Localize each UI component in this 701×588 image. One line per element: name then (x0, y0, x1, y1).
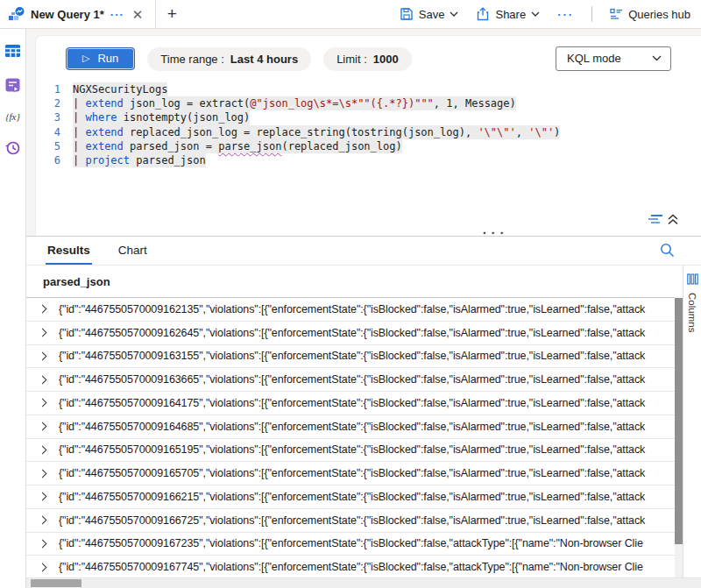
saved-scripts-icon[interactable] (4, 77, 21, 93)
row-json-text: {"id":"4467550570009162645","violations"… (59, 327, 675, 339)
chevron-down-icon (652, 55, 662, 61)
share-icon (476, 7, 490, 21)
line-number: 1 (36, 82, 73, 96)
table-row[interactable]: {"id":"4467550570009163155","violations"… (26, 345, 675, 369)
run-button[interactable]: ▷ Run (66, 47, 135, 70)
main-area: {fx} ▷ Run Time range : Last 4 hours Lim… (0, 29, 701, 588)
limit-pill[interactable]: Limit : 1000 (323, 47, 412, 71)
table-row[interactable]: {"id":"4467550570009162135","violations"… (26, 298, 675, 322)
code-text: | project parsed_json (73, 153, 206, 167)
run-label: Run (97, 52, 118, 65)
expand-row-icon[interactable] (39, 329, 47, 337)
table-row[interactable]: {"id":"4467550570009164175","violations"… (26, 392, 675, 415)
columns-icon (687, 273, 698, 285)
top-bar: New Query 1* ··· ✕ + Save Share (0, 0, 701, 29)
tab-results[interactable]: Results (46, 238, 92, 265)
row-json-text: {"id":"4467550570009163665","violations"… (59, 373, 675, 386)
table-row[interactable]: {"id":"4467550570009167235","violations"… (26, 533, 675, 556)
expand-row-icon[interactable] (39, 492, 47, 501)
code-line: 5| extend parsed_json = parse_json(repla… (36, 139, 701, 153)
line-number: 6 (36, 153, 73, 167)
row-json-text: {"id":"4467550570009163155","violations"… (59, 350, 675, 362)
expand-row-icon[interactable] (39, 351, 47, 360)
expand-row-icon[interactable] (39, 399, 47, 407)
kql-mode-value: KQL mode (567, 52, 621, 65)
top-actions: Save Share ··· (400, 0, 701, 28)
chevron-down-icon (531, 11, 540, 17)
table-row[interactable]: {"id":"4467550570009165195","violations"… (26, 439, 675, 463)
query-tab[interactable]: New Query 1* ··· ✕ (0, 0, 156, 28)
row-json-text: {"id":"4467550570009166215","violations"… (59, 491, 675, 503)
expand-row-icon[interactable] (39, 469, 47, 478)
save-icon (400, 7, 414, 21)
code-text: | extend replaced_json_log = replace_str… (73, 125, 560, 139)
line-number: 2 (36, 96, 73, 110)
table-row[interactable]: {"id":"4467550570009166725","violations"… (26, 509, 675, 533)
expand-row-icon[interactable] (39, 563, 47, 571)
pane-splitter-handle[interactable]: ··· (481, 226, 506, 236)
play-icon: ▷ (82, 53, 89, 63)
save-button[interactable]: Save (400, 7, 459, 21)
query-card: ▷ Run Time range : Last 4 hours Limit : … (35, 35, 701, 236)
row-json-text: {"id":"4467550570009165705","violations"… (59, 467, 675, 479)
new-tab-button[interactable]: + (156, 0, 188, 28)
share-button[interactable]: Share (476, 7, 540, 21)
column-header-parsed-json[interactable]: parsed_json (26, 266, 675, 298)
code-lines: 1NGXSecurityLogs2| extend json_log = ext… (36, 82, 701, 167)
line-number: 5 (36, 139, 73, 153)
time-range-pill[interactable]: Time range : Last 4 hours (147, 47, 311, 71)
row-json-text: {"id":"4467550570009165195","violations"… (59, 443, 675, 456)
queries-hub-label: Queries hub (628, 8, 690, 21)
vertical-scrollbar[interactable] (675, 298, 683, 577)
limit-label: Limit : (336, 53, 367, 66)
expand-row-icon[interactable] (39, 445, 47, 454)
expand-row-icon[interactable] (39, 539, 47, 548)
table-row[interactable]: {"id":"4467550570009164685","violations"… (26, 415, 675, 439)
expand-row-icon[interactable] (39, 375, 47, 384)
kql-mode-select[interactable]: KQL mode (556, 46, 671, 71)
row-json-text: {"id":"4467550570009164175","violations"… (59, 397, 675, 409)
collapse-editor-button[interactable] (648, 214, 678, 225)
expand-row-icon[interactable] (39, 422, 47, 431)
table-row[interactable]: {"id":"4467550570009163665","violations"… (26, 368, 675, 392)
expand-row-icon[interactable] (39, 516, 47, 525)
tab-more-icon[interactable]: ··· (110, 8, 124, 21)
line-number: 4 (36, 125, 73, 139)
row-json-text: {"id":"4467550570009164685","violations"… (59, 421, 675, 433)
save-label: Save (419, 8, 445, 21)
more-actions-button[interactable]: ··· (557, 8, 574, 21)
double-chevron-up-icon (668, 214, 678, 225)
expand-row-icon[interactable] (39, 305, 47, 314)
row-json-text: {"id":"4467550570009162135","violations"… (59, 303, 675, 315)
table-row[interactable]: {"id":"4467550570009166215","violations"… (26, 485, 675, 509)
code-text: | extend parsed_json = parse_json(replac… (73, 139, 402, 153)
tab-close-icon[interactable]: ✕ (131, 8, 145, 21)
row-json-text: {"id":"4467550570009167235","violations"… (59, 537, 675, 549)
query-editor[interactable]: 1NGXSecurityLogs2| extend json_log = ext… (36, 78, 701, 236)
content-column: ▷ Run Time range : Last 4 hours Limit : … (26, 29, 701, 588)
columns-panel-tab[interactable]: Columns (683, 266, 701, 577)
query-history-icon[interactable] (4, 140, 21, 156)
grid-rows: {"id":"4467550570009162135","violations"… (26, 298, 675, 577)
queries-hub-icon (610, 8, 623, 20)
table-row[interactable]: {"id":"4467550570009162645","violations"… (26, 322, 675, 345)
horizontal-scrollbar[interactable] (26, 577, 701, 588)
table-row[interactable]: {"id":"4467550570009165705","violations"… (26, 462, 675, 485)
horizontal-scrollbar-thumb[interactable] (31, 579, 81, 587)
chevron-down-icon (450, 11, 458, 17)
queries-hub-button[interactable]: Queries hub (610, 8, 690, 21)
grid-main: parsed_json {"id":"4467550570009162135",… (26, 266, 675, 577)
code-text: | where isnotempty(json_log) (73, 110, 250, 124)
share-label: Share (495, 8, 526, 21)
vertical-scrollbar-thumb[interactable] (675, 298, 683, 544)
limit-value: 1000 (373, 53, 399, 66)
functions-icon[interactable]: {fx} (5, 111, 20, 122)
code-text: NGXSecurityLogs (73, 82, 167, 96)
tab-chart[interactable]: Chart (117, 238, 149, 265)
result-lines-icon (648, 214, 663, 225)
tables-icon[interactable] (4, 43, 21, 59)
code-line: 2| extend json_log = extract(@"json_log\… (36, 96, 701, 110)
table-row[interactable]: {"id":"4467550570009167745","violations"… (26, 556, 675, 577)
search-icon[interactable] (660, 243, 675, 258)
code-line: 1NGXSecurityLogs (36, 82, 701, 96)
